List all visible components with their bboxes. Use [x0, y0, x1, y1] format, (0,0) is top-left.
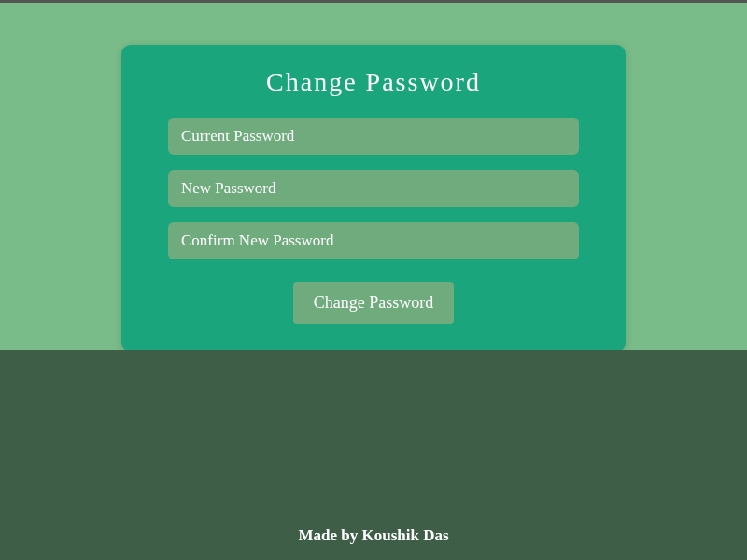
footer-credit: Made by Koushik Das: [298, 526, 448, 545]
form-group-new: [149, 170, 598, 207]
top-border: [0, 0, 747, 3]
form-group-confirm: [149, 222, 598, 259]
new-password-input[interactable]: [168, 170, 579, 207]
change-password-button[interactable]: Change Password: [293, 282, 455, 324]
change-password-card: Change Password Change Password: [121, 45, 626, 352]
form-group-current: [149, 118, 598, 155]
current-password-input[interactable]: [168, 118, 579, 155]
main-content: Change Password Change Password: [0, 0, 747, 352]
confirm-password-input[interactable]: [168, 222, 579, 259]
footer: Made by Koushik Das: [0, 350, 747, 560]
submit-wrapper: Change Password: [149, 282, 598, 324]
card-title: Change Password: [149, 67, 598, 97]
